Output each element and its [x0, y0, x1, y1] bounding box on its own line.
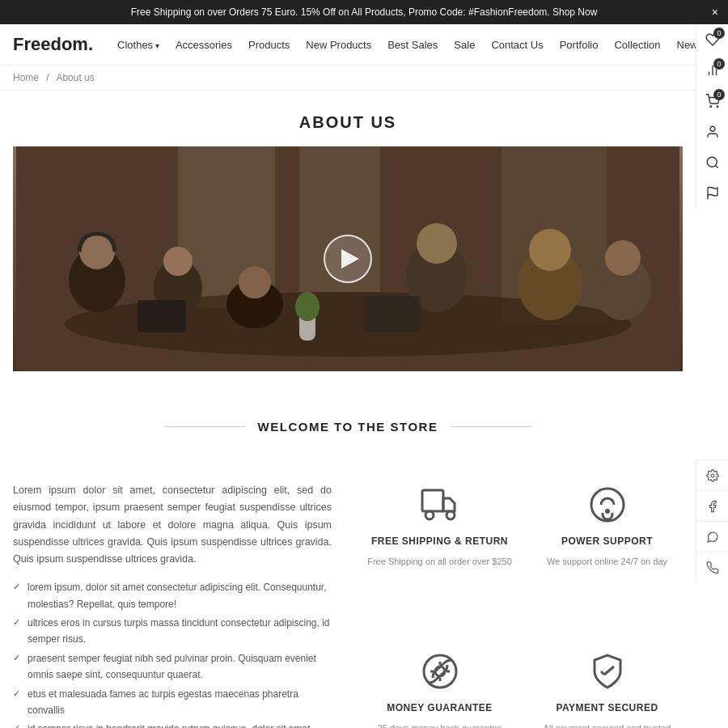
breadcrumb: Home / About us: [0, 66, 728, 91]
checklist: lorem ipsum, dolor sit amet consectetur …: [13, 579, 332, 728]
breadcrumb-separator: /: [46, 72, 49, 83]
account-icon[interactable]: [696, 116, 728, 147]
nav-contact[interactable]: Contact Us: [491, 39, 543, 51]
nav-portfolio[interactable]: Portfolio: [560, 39, 599, 51]
nav-clothes[interactable]: Clothes: [117, 39, 159, 51]
banner-text: Free Shipping on over Orders 75 Euro. 15…: [131, 6, 598, 18]
payment-desc: All payment secured and trusted: [544, 722, 671, 728]
page-title: ABOUT US: [13, 91, 683, 146]
checklist-item: praesent semper feugiat nibh sed pulvina…: [13, 650, 332, 684]
video-section: [13, 146, 683, 371]
breadcrumb-home[interactable]: Home: [13, 72, 39, 83]
banner-close[interactable]: ×: [712, 6, 718, 19]
phone-icon[interactable]: [696, 552, 728, 582]
breadcrumb-current: About us: [56, 72, 94, 83]
money-icon: [417, 649, 463, 694]
feature-shipping: FREE SHIPPING & RETURN Free Shipping on …: [364, 482, 515, 624]
sidebar-bottom-icons: [696, 459, 728, 582]
checklist-item: ultrices eros in cursus turpis massa tin…: [13, 615, 332, 648]
svg-point-2: [710, 126, 715, 131]
svg-line-35: [604, 667, 614, 675]
divider-left: [164, 426, 245, 427]
settings-icon[interactable]: [696, 459, 728, 490]
compare-icon[interactable]: 0: [696, 55, 728, 86]
checklist-item: id semper risus in hendrerit gravida rut…: [13, 721, 332, 728]
support-icon: [585, 482, 630, 527]
header: Freedom. Clothes Accessories Products Ne…: [0, 24, 728, 66]
nav-new-products[interactable]: New Products: [306, 39, 371, 51]
money-desc: 25 days money back guarantee: [378, 722, 502, 728]
wishlist-icon[interactable]: 0: [696, 24, 728, 55]
support-title: POWER SUPPORT: [561, 535, 653, 547]
svg-point-29: [425, 511, 434, 519]
svg-point-3: [707, 157, 717, 167]
svg-point-1: [717, 106, 718, 108]
checklist-item: lorem ipsum, dolor sit amet consectetur …: [13, 579, 332, 612]
svg-point-30: [447, 511, 455, 519]
nav-sale[interactable]: Sale: [454, 39, 475, 51]
nav-best-sales[interactable]: Best Sales: [387, 39, 438, 51]
checklist-item: etus et malesuada fames ac turpis egesta…: [13, 686, 332, 719]
welcome-title: WELCOME TO THE STORE: [258, 420, 438, 434]
svg-rect-28: [422, 490, 443, 511]
two-column-layout: Lorem ipsum dolor sit amet, consectetur …: [13, 482, 683, 728]
payment-icon: [585, 649, 630, 694]
svg-point-0: [710, 106, 712, 108]
header-icons: 0 0 0: [696, 24, 728, 209]
main-content: ABOUT US: [0, 91, 696, 728]
search-icon[interactable]: [696, 147, 728, 178]
support-desc: We support online 24/7 on day: [547, 555, 667, 569]
shipping-icon: [417, 482, 463, 527]
logo[interactable]: Freedom.: [13, 34, 93, 55]
navigation: Clothes Accessories Products New Product…: [117, 39, 715, 51]
feature-money: MONEY GUARANTEE 25 days money back guara…: [364, 649, 515, 728]
payment-title: PAYMENT SECURED: [556, 702, 658, 713]
top-banner: Free Shipping on over Orders 75 Euro. 15…: [0, 0, 728, 24]
feature-support: POWER SUPPORT We support online 24/7 on …: [531, 482, 683, 624]
cart-icon[interactable]: 0: [696, 86, 728, 116]
nav-products[interactable]: Products: [248, 39, 290, 51]
feature-payment: PAYMENT SECURED All payment secured and …: [531, 649, 683, 728]
nav-collection[interactable]: Collection: [614, 39, 660, 51]
welcome-divider: WELCOME TO THE STORE: [13, 420, 683, 434]
svg-point-5: [711, 474, 714, 477]
divider-right: [451, 426, 531, 427]
features-grid: FREE SHIPPING & RETURN Free Shipping on …: [364, 482, 683, 728]
svg-point-31: [591, 489, 624, 521]
svg-line-34: [601, 671, 604, 675]
left-column: Lorem ipsum dolor sit amet, consectetur …: [13, 482, 332, 728]
play-button[interactable]: [324, 235, 372, 283]
money-title: MONEY GUARANTEE: [387, 702, 493, 713]
nav-accessories[interactable]: Accessories: [176, 39, 232, 51]
body-paragraph: Lorem ipsum dolor sit amet, consectetur …: [13, 482, 332, 568]
shipping-desc: Free Shipping on all order over $250: [367, 555, 512, 569]
flag-icon[interactable]: [696, 178, 728, 209]
facebook-icon[interactable]: [696, 490, 728, 521]
whatsapp-icon[interactable]: [696, 521, 728, 552]
shipping-title: FREE SHIPPING & RETURN: [371, 535, 508, 547]
welcome-section: WELCOME TO THE STORE: [13, 404, 683, 482]
